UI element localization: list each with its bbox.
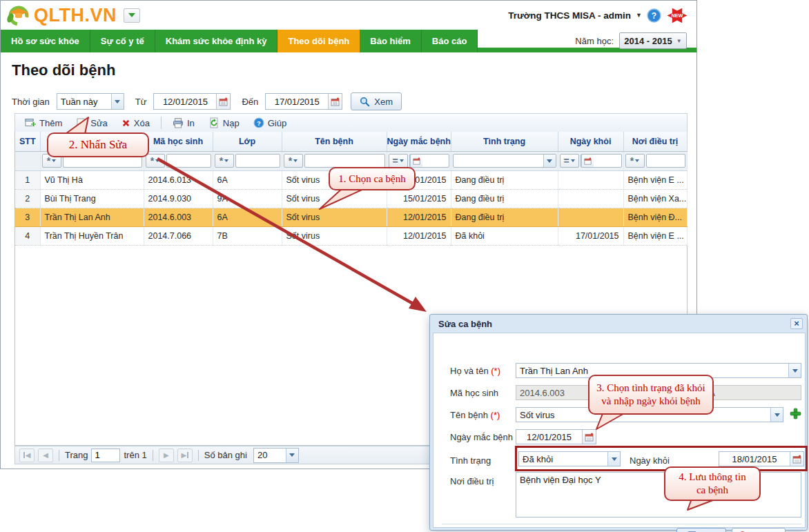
svg-text:NEW: NEW (672, 12, 683, 19)
chevron-down-icon (111, 94, 124, 109)
calendar-icon[interactable] (410, 155, 422, 167)
filter-match-button[interactable]: * (146, 154, 165, 168)
callout-step-2: 2. Nhấn Sửa (47, 132, 149, 157)
delete-x-icon (121, 119, 130, 128)
next-page-button[interactable]: ▶ (159, 449, 174, 462)
from-date-field[interactable]: 12/01/2015 (153, 93, 231, 110)
tab-theo-doi-benh[interactable]: Theo dõi bệnh (277, 30, 360, 52)
chevron-down-icon (155, 159, 159, 162)
filter-match-button[interactable]: * (284, 154, 303, 168)
toolbar-separator (161, 117, 162, 129)
col-stt[interactable]: STT (15, 132, 40, 151)
filter-place-input[interactable] (646, 154, 685, 168)
refresh-button[interactable]: Nạp (203, 116, 245, 130)
to-label: Đến (242, 97, 258, 107)
calendar-icon[interactable] (582, 430, 596, 444)
chevron-down-icon (571, 159, 575, 162)
status-label: Tình trạng (450, 455, 491, 466)
table-row-selected[interactable]: 3 Trần Thị Lan Anh 2014.6.003 6A Sốt vir… (15, 208, 687, 226)
filter-recovery-date[interactable] (581, 154, 622, 168)
filter-onset-date[interactable] (409, 154, 449, 168)
filter-match-button[interactable]: * (625, 154, 645, 168)
tab-kham-suc-khoe-dinh-ky[interactable]: Khám sức khỏe định kỳ (155, 30, 278, 52)
col-class[interactable]: Lớp (213, 132, 282, 151)
school-year-dropdown[interactable]: 2014 - 2015▼ (619, 32, 687, 49)
triangle-left-icon: ◀ (43, 451, 48, 459)
col-onset-date[interactable]: Ngày mắc bệnh (387, 132, 451, 151)
logo-text: QLTH.VN (34, 5, 117, 26)
cancel-button[interactable]: Hủy bỏ (732, 528, 786, 532)
filter-status-select[interactable] (453, 154, 556, 168)
col-recovery-date[interactable]: Ngày khỏi (558, 132, 623, 151)
print-button[interactable]: In (167, 116, 200, 130)
recovery-date-field[interactable]: 18/01/2015 (719, 451, 804, 466)
filter-disease-input[interactable] (304, 154, 385, 168)
logo-dropdown-button[interactable] (124, 8, 140, 23)
tab-su-co-y-te[interactable]: Sự cố y tế (90, 30, 155, 52)
dialog-title: Sửa ca bệnh (438, 319, 492, 329)
col-status[interactable]: Tình trạng (451, 132, 558, 151)
add-button[interactable]: Thêm (19, 116, 68, 130)
school-year-label: Năm học: (575, 36, 614, 46)
edit-icon (76, 117, 87, 128)
to-date-field[interactable]: 17/01/2015 (265, 93, 342, 110)
account-menu[interactable]: Trường THCS MISA - admin (508, 10, 631, 21)
chevron-down-icon (770, 408, 783, 422)
last-page-button[interactable]: ▶ (177, 449, 193, 462)
calendar-icon[interactable] (581, 155, 594, 167)
chevron-down-icon (293, 159, 298, 162)
triangle-left-icon: ◀ (26, 451, 31, 459)
delete-button[interactable]: Xóa (116, 117, 155, 130)
prev-page-button[interactable]: ◀ (38, 449, 53, 462)
first-page-button[interactable]: ◀ (19, 449, 35, 462)
svg-text:?: ? (652, 11, 656, 21)
dialog-divider (442, 524, 801, 524)
chevron-down-icon (224, 159, 228, 162)
filter-compare-button[interactable]: = (560, 154, 579, 168)
class-field: 6A (700, 385, 801, 400)
calendar-icon[interactable] (328, 94, 342, 109)
col-place[interactable]: Nơi điều trị (623, 132, 687, 151)
records-label: Số bản ghi (204, 450, 247, 460)
disease-label: Tên bệnh (*) (450, 410, 500, 420)
close-icon[interactable]: × (790, 318, 803, 329)
col-student-code[interactable]: Mã học sinh (144, 132, 213, 151)
filter-compare-button[interactable]: = (389, 154, 408, 168)
filter-code-input[interactable] (166, 154, 211, 168)
view-button[interactable]: Xem (351, 92, 402, 110)
calendar-icon[interactable] (216, 94, 230, 109)
page-title: Theo dõi bệnh (12, 61, 115, 79)
filter-match-button[interactable]: * (215, 154, 234, 168)
tab-bao-cao[interactable]: Báo cáo (422, 30, 478, 52)
onset-date-field[interactable]: 12/01/2015 (516, 429, 596, 444)
status-select[interactable]: Đã khỏi (518, 451, 621, 466)
calendar-icon[interactable] (790, 452, 803, 466)
save-button[interactable]: Cất (676, 528, 726, 532)
table-row[interactable]: 2 Bùi Thị Trang 2014.9.030 9A Sốt virus … (15, 189, 687, 208)
help-icon[interactable]: ? (647, 8, 661, 23)
tab-bao-hiem[interactable]: Bảo hiểm (360, 30, 422, 52)
grid-toolbar: Thêm Sửa Xóa In Nạp ? Giúp (14, 113, 688, 132)
filter-bar: Thời gian Tuần này Từ 12/01/2015 Đến 17/… (12, 92, 402, 110)
chevron-down-icon (52, 159, 56, 162)
edit-button[interactable]: Sửa (70, 116, 113, 130)
filter-class-input[interactable] (235, 154, 280, 168)
add-disease-icon[interactable] (790, 408, 801, 422)
table-row[interactable]: 4 Trần Thị Huyền Trân 2014.7.066 7B Sốt … (15, 226, 687, 245)
new-badge-icon[interactable]: NEW (666, 6, 688, 25)
col-disease[interactable]: Tên bệnh (282, 132, 387, 151)
page-number-input[interactable] (91, 449, 120, 462)
callout-step-1: 1. Chọn ca bệnh (329, 167, 416, 190)
tab-ho-so-suc-khoe[interactable]: Hồ sơ sức khỏe (1, 30, 90, 52)
time-range-select[interactable]: Tuần này (57, 93, 124, 110)
chevron-down-icon (400, 159, 404, 162)
records-per-page-select[interactable]: 20 (253, 448, 299, 463)
chevron-down-icon (788, 364, 801, 377)
printer-icon (173, 117, 184, 128)
nav-bar: Hồ sơ sức khỏe Sự cố y tế Khám sức khỏe … (1, 30, 696, 52)
help-button[interactable]: ? Giúp (248, 116, 292, 130)
recovery-date-label: Ngày khỏi (630, 455, 670, 466)
help-icon: ? (253, 117, 264, 128)
callout-step-3: 3. Chọn tình trạng đã khỏivà nhập ngày k… (588, 375, 714, 415)
chevron-down-icon: ▼ (676, 38, 682, 44)
